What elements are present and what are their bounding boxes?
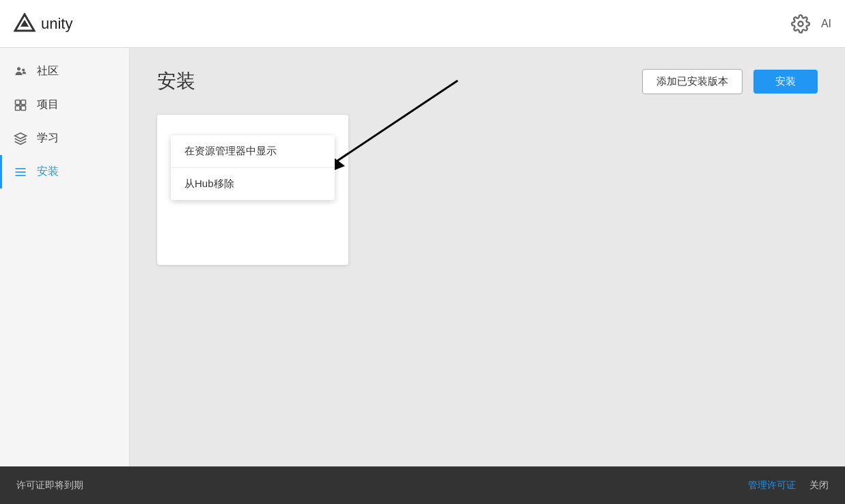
svg-rect-8 bbox=[21, 105, 26, 110]
sidebar-installs-label: 安装 bbox=[37, 165, 59, 179]
sidebar-community-label: 社区 bbox=[37, 64, 59, 79]
header: unity AI bbox=[0, 0, 845, 48]
svg-point-3 bbox=[17, 67, 20, 70]
page-title: 安装 bbox=[157, 68, 195, 94]
sidebar-learn-label: 学习 bbox=[37, 131, 59, 145]
projects-icon bbox=[14, 98, 27, 112]
svg-rect-5 bbox=[16, 100, 20, 104]
svg-rect-7 bbox=[16, 105, 20, 110]
logo-text: unity bbox=[41, 15, 72, 33]
content-area: 安装 添加已安装版本 安装 在资源管理器中显示 从Hub移除 bbox=[130, 48, 845, 466]
install-button[interactable]: 安装 bbox=[753, 70, 818, 94]
ai-label: AI bbox=[821, 18, 831, 30]
footer-actions: 管理许可证 关闭 bbox=[748, 479, 829, 492]
footer: 许可证即将到期 管理许可证 关闭 bbox=[0, 466, 845, 504]
install-card-container: 在资源管理器中显示 从Hub移除 bbox=[157, 115, 348, 265]
logo-area: unity bbox=[14, 13, 72, 35]
sidebar-item-installs[interactable]: 安装 bbox=[0, 155, 129, 188]
context-menu-remove-from-hub[interactable]: 从Hub移除 bbox=[171, 168, 335, 200]
community-icon bbox=[14, 65, 27, 79]
sidebar-projects-label: 项目 bbox=[37, 98, 59, 112]
svg-point-2 bbox=[798, 21, 803, 26]
svg-rect-6 bbox=[21, 100, 26, 104]
header-right: AI bbox=[791, 14, 831, 33]
sidebar-item-projects[interactable]: 项目 bbox=[0, 88, 129, 122]
sidebar: 社区 项目 学习 bbox=[0, 48, 130, 466]
svg-point-4 bbox=[22, 68, 25, 71]
installs-icon bbox=[14, 165, 27, 179]
unity-logo-icon bbox=[14, 13, 36, 35]
learn-icon bbox=[14, 132, 27, 145]
close-button[interactable]: 关闭 bbox=[809, 479, 829, 492]
sidebar-item-community[interactable]: 社区 bbox=[0, 55, 129, 88]
manage-license-button[interactable]: 管理许可证 bbox=[748, 479, 796, 492]
main-layout: 社区 项目 学习 bbox=[0, 48, 845, 466]
add-installed-button[interactable]: 添加已安装版本 bbox=[642, 69, 743, 94]
content-header: 安装 添加已安装版本 安装 bbox=[157, 68, 818, 94]
content-actions: 添加已安装版本 安装 bbox=[642, 69, 818, 94]
license-expiry-text: 许可证即将到期 bbox=[16, 479, 83, 492]
context-menu-show-in-explorer[interactable]: 在资源管理器中显示 bbox=[171, 135, 335, 168]
sidebar-item-learn[interactable]: 学习 bbox=[0, 122, 129, 155]
context-menu: 在资源管理器中显示 从Hub移除 bbox=[171, 135, 335, 200]
install-card: 在资源管理器中显示 从Hub移除 bbox=[157, 115, 348, 265]
settings-icon[interactable] bbox=[791, 14, 810, 33]
